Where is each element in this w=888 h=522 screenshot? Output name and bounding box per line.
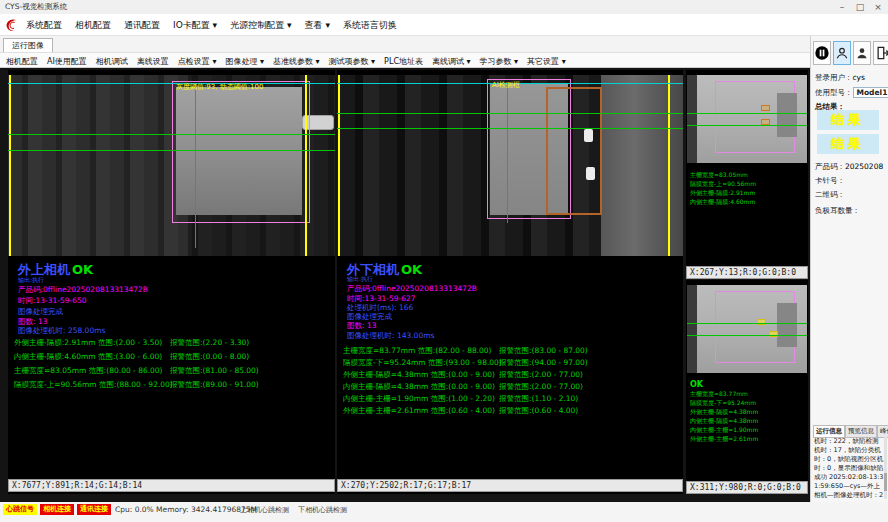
barcode-line: 产品码:0ffline2025020813313472B bbox=[18, 285, 148, 295]
cell-block bbox=[777, 303, 797, 347]
sub-status: 输出:执行 bbox=[347, 275, 373, 284]
tb-camera-config[interactable]: 相机配置 bbox=[6, 56, 38, 67]
operator-button[interactable] bbox=[853, 41, 871, 65]
log-scrollbar[interactable] bbox=[884, 437, 887, 499]
measure-line-green bbox=[687, 335, 807, 336]
baseline-yellow-left bbox=[9, 75, 11, 256]
user-icon bbox=[835, 45, 849, 61]
toolbar: 相机配置 AI使用配置 相机调试 离线设置 点检设置 ▾ 图像处理 ▾ 基准线参… bbox=[0, 52, 888, 68]
titlebar: CYS-视觉检测系统 – □ × bbox=[0, 0, 888, 14]
measure-line-green bbox=[687, 113, 807, 114]
baseline-yellow-right bbox=[305, 75, 307, 256]
menu-item-view[interactable]: 查看 ▾ bbox=[305, 19, 330, 32]
pixel-coordinates-readout: X:270;Y:2502;R:17;G:17;B:17 bbox=[337, 479, 683, 492]
measure-line-green bbox=[687, 125, 807, 126]
threshold-overlay-label: 灰度阈值:93, 动态阈值:100 bbox=[176, 82, 263, 92]
result-badge-bottom: 结果 bbox=[817, 134, 879, 154]
pixel-coordinates-readout: X:267;Y:13;R:0;G:0;B:0 bbox=[686, 266, 808, 279]
measurement-list: 外侧主栅-隔膜:2.91mm 范围:(2.00 - 3.50)报警范围:(2.2… bbox=[14, 338, 173, 394]
menubar: 系统配置 相机配置 通讯配置 IO卡配置 ▾ 光源控制配置 ▾ 查看 ▾ 系统语… bbox=[0, 14, 888, 36]
camera-panel-outer-top: 灰度阈值:93, 动态阈值:100 外上相机OK 输出:执行 产品码:0ffli… bbox=[8, 70, 335, 494]
tb-learning-params[interactable]: 学习参数 ▾ bbox=[480, 56, 519, 67]
menu-item-light-control-config[interactable]: 光源控制配置 ▾ bbox=[230, 19, 291, 32]
defect-mark-yellow bbox=[769, 331, 778, 337]
measure-line-green-vertical bbox=[195, 83, 196, 248]
measurement-row: 内侧主栅-主栅=1.90mm 范围:(1.00 - 2.20)报警范围:(1.1… bbox=[343, 394, 502, 406]
ai-detect-box-orange bbox=[546, 87, 602, 215]
pause-icon bbox=[814, 45, 830, 61]
machine-edge bbox=[687, 75, 697, 163]
negative-tab-count-label: 负极耳数量： bbox=[815, 206, 860, 216]
pause-button[interactable] bbox=[813, 41, 831, 65]
minimize-button[interactable]: – bbox=[834, 0, 850, 14]
pin-number-label: 卡针号： bbox=[815, 176, 845, 186]
measurement-row: 外侧主栅-主栅=2.61mm 范围:(0.60 - 4.00)报警范围:(0.6… bbox=[343, 406, 502, 418]
baseline-yellow-right bbox=[668, 75, 670, 256]
measurement-row: 外侧主栅-隔膜:2.91mm 范围:(2.00 - 3.50)报警范围:(2.2… bbox=[14, 338, 173, 352]
camera-image-outer-top[interactable]: 灰度阈值:93, 动态阈值:100 bbox=[8, 75, 335, 256]
thumb-measurements: OK 主栅宽度=83.77mm 隔膜宽度-下=95.24mm 外侧主栅-隔膜=4… bbox=[690, 380, 758, 443]
roi-outline-pink bbox=[172, 81, 310, 223]
main-area: 灰度阈值:93, 动态阈值:100 外上相机OK 输出:执行 产品码:0ffli… bbox=[0, 68, 888, 502]
tb-plc-address-table[interactable]: PLC地址表 bbox=[384, 56, 423, 67]
tb-image-processing[interactable]: 图像处理 ▾ bbox=[225, 56, 264, 67]
camera-panel-thumb-bottom: OK 主栅宽度=83.77mm 隔膜宽度-下=95.24mm 外侧主栅-隔膜=4… bbox=[686, 280, 808, 494]
measure-line-green bbox=[8, 134, 335, 135]
product-code-value: 20250208 bbox=[845, 162, 883, 171]
pixel-coordinates-readout: X:7677;Y:891;R:14;G:14;B:14 bbox=[8, 479, 335, 492]
measure-line-green bbox=[337, 128, 683, 129]
login-user-row: 登录用户：cys bbox=[815, 73, 865, 83]
user-button[interactable] bbox=[833, 41, 851, 65]
camera-image-outer-bottom[interactable]: AI检测框 bbox=[337, 75, 683, 256]
measure-line-green bbox=[337, 113, 683, 114]
status-ok: OK bbox=[72, 262, 93, 277]
camera-image-thumb-bottom[interactable] bbox=[687, 285, 807, 373]
menu-item-language-switch[interactable]: 系统语言切换 bbox=[343, 19, 397, 32]
model-select[interactable]: Model1 bbox=[853, 87, 888, 98]
tb-offline-settings[interactable]: 离线设置 bbox=[137, 56, 169, 67]
tb-offline-debug[interactable]: 离线调试 ▾ bbox=[432, 56, 471, 67]
measurement-list: 主栅宽度=83.77mm 范围:(82.00 - 88.00)报警范围:(83.… bbox=[343, 346, 502, 418]
menu-item-comm-config[interactable]: 通讯配置 bbox=[124, 19, 160, 32]
tb-spotcheck-settings[interactable]: 点检设置 ▾ bbox=[178, 56, 217, 67]
camera-image-thumb-top[interactable] bbox=[687, 75, 807, 163]
heartbeat-signal-badge: 心跳信号 bbox=[3, 504, 37, 515]
ai-box-overlay-label: AI检测框 bbox=[492, 80, 520, 90]
exit-button[interactable] bbox=[873, 41, 888, 65]
camera-panel-outer-bottom: AI检测框 外下相机OK 输出:执行 产品码:0ffline2025020813… bbox=[337, 70, 683, 494]
measure-line-green-vertical bbox=[507, 83, 508, 223]
measurement-row: 隔膜宽度-下=95.24mm 范围:(93.00 - 98.00)报警范围:(9… bbox=[343, 358, 502, 370]
measurement-row: 主栅宽度=83.05mm 范围:(80.00 - 86.00)报警范围:(81.… bbox=[14, 366, 173, 380]
app-logo-icon bbox=[4, 17, 20, 33]
measure-line-green bbox=[8, 150, 335, 151]
baseline-yellow-left bbox=[338, 75, 340, 256]
machine-edge bbox=[687, 285, 697, 373]
menu-item-camera-config[interactable]: 相机配置 bbox=[75, 19, 111, 32]
cell-block bbox=[777, 93, 797, 137]
close-button[interactable]: × bbox=[870, 0, 886, 14]
frame-count-line: 图数: 13 bbox=[347, 321, 376, 331]
login-user-value: cys bbox=[853, 73, 865, 82]
tb-other-settings[interactable]: 其它设置 ▾ bbox=[527, 56, 566, 67]
time-line: 时间:13-31-59-650 bbox=[18, 296, 87, 306]
tab-run-image[interactable]: 运行图像 bbox=[3, 38, 53, 52]
menu-item-system-config[interactable]: 系统配置 bbox=[26, 19, 62, 32]
maximize-button[interactable]: □ bbox=[852, 0, 868, 14]
barcode-line: 产品码:0ffline2025020813313472B bbox=[347, 284, 477, 294]
tb-camera-debug[interactable]: 相机调试 bbox=[96, 56, 128, 67]
tb-ai-usage-config[interactable]: AI使用配置 bbox=[47, 56, 87, 67]
sidebar: 登录用户：cys 使用型号：Model1 总结果： 结果 结果 产品码：2025… bbox=[810, 36, 888, 502]
statusbar: 心跳信号 相机连接 通讯连接 Cpu: 0.0% Memory: 3424.41… bbox=[0, 502, 888, 522]
measurement-row: 主栅宽度=83.77mm 范围:(82.00 - 88.00)报警范围:(83.… bbox=[343, 346, 502, 358]
operator-icon bbox=[855, 45, 869, 61]
defect-mark-yellow bbox=[757, 319, 766, 325]
exit-icon bbox=[875, 45, 888, 61]
camera-panel-thumb-top: 主栅宽度=83.05mm 隔膜宽度-上=90.56mm 外侧主栅-隔膜:2.91… bbox=[686, 70, 808, 279]
thumb-measurements: 主栅宽度=83.05mm 隔膜宽度-上=90.56mm 外侧主栅-隔膜:2.91… bbox=[690, 170, 756, 206]
tb-test-item-params[interactable]: 测试项参数 ▾ bbox=[329, 56, 376, 67]
measurement-row: 内侧主栅-隔膜=4.38mm 范围:(0.00 - 9.00)报警范围:(2.0… bbox=[343, 382, 502, 394]
menu-item-io-card-config[interactable]: IO卡配置 ▾ bbox=[173, 19, 217, 32]
tb-baseline-params[interactable]: 基准线参数 ▾ bbox=[273, 56, 320, 67]
sub-status: 输出:执行 bbox=[18, 276, 44, 285]
run-log-text: 机时：222，缺陷检测机时：17，缺陷分类机时：0，缺陷视图分区机时：0，显示图… bbox=[814, 437, 884, 499]
